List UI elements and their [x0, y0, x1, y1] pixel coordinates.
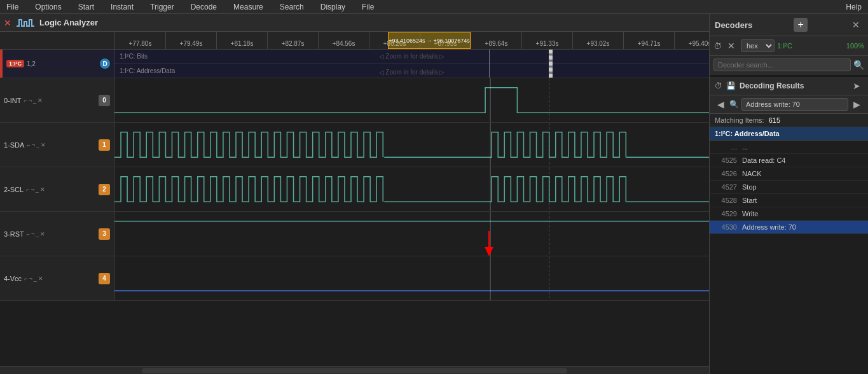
search-row: ◀ 🔍 ▶ [710, 95, 868, 114]
i2c-bits-label: 1:I²C: Bits [120, 53, 148, 60]
i2c-decoder-row: 1:I²C 1,2 D 1:I²C: Bits ◁ Zoom in for de… [0, 50, 709, 78]
nav-next-button[interactable]: ▶ [851, 98, 863, 111]
ch1-name: 1-SDA [4, 141, 24, 149]
result-rows[interactable]: ... ... 4525 Data read: C4 4526 NACK 452… [710, 141, 868, 374]
ch1-badge: 1 [99, 139, 110, 151]
ch0-wave[interactable] [114, 78, 709, 122]
result-row-4530[interactable]: 4530 Address write: 70 [710, 221, 868, 234]
menu-search[interactable]: Search [277, 3, 307, 11]
ruler-label-4: +84.56s [318, 32, 369, 49]
menu-help[interactable]: Help [843, 3, 864, 11]
ch2-wave[interactable] [114, 167, 709, 211]
result-idx-4525: 4525 [715, 156, 737, 164]
left-panel: ✕ Logic Analyzer +93.4106524s → +96.1007… [0, 14, 709, 374]
result-idx-4530: 4530 [715, 223, 737, 231]
result-row-4529[interactable]: 4529 Write [710, 207, 868, 221]
decoder-search-input[interactable] [713, 59, 851, 71]
i2c-addr-label: 1:I²C: Address/Data [120, 67, 175, 74]
result-row-4526[interactable]: 4526 NACK [710, 167, 868, 181]
clock-icon-2: ⏱ [715, 81, 722, 90]
ch2-name: 2-SCL [4, 186, 24, 193]
result-val-4525: Data read: C4 [742, 156, 863, 164]
ruler-label-7: +89.64s [471, 32, 521, 49]
close-icon[interactable]: ✕ [4, 18, 11, 28]
ch0-badge: 0 [99, 95, 110, 106]
result-idx-4526: 4526 [715, 170, 737, 177]
ch2-row: 2-SCL ⌐ ¬ _ ✕ 2 [0, 167, 709, 212]
waveform-icon [17, 17, 34, 29]
result-row-4525[interactable]: 4525 Data read: C4 [710, 154, 868, 167]
decoding-results-title: Decoding Results [740, 81, 846, 90]
export-button[interactable]: ➤ [850, 80, 863, 92]
menu-start[interactable]: Start [76, 3, 97, 11]
result-val-4529: Write [742, 210, 863, 218]
matching-count: 615 [769, 116, 780, 124]
result-val: ... [742, 143, 863, 151]
ch3-row: 3-RST ⌐ ¬ _ ✕ 3 [0, 212, 709, 256]
ch4-badge: 4 [99, 273, 110, 284]
zoom-hint-2: ◁ Zoom in for details ▷ [379, 69, 445, 76]
table-header-label: 1:I²C: Address/Data [715, 130, 780, 137]
close-decoders-button[interactable]: ✕ [849, 18, 863, 32]
ruler-label-8: +91.33s [521, 32, 572, 49]
ch1-label: 1-SDA ⌐ ¬ _ ✕ 1 [0, 123, 114, 167]
search-icon-button[interactable]: 🔍 [853, 60, 864, 70]
menu-trigger[interactable]: Trigger [148, 3, 177, 11]
menu-display[interactable]: Display [318, 3, 348, 11]
menu-file2[interactable]: File [359, 3, 376, 11]
ch3-label: 3-RST ⌐ ¬ _ ✕ 3 [0, 212, 114, 256]
result-idx: ... [715, 143, 737, 151]
result-row-4527[interactable]: 4527 Stop [710, 181, 868, 194]
nav-prev-button[interactable]: ◀ [715, 98, 727, 111]
decoder-percent: 100% [846, 42, 864, 50]
ruler-label-1: +79.49s [165, 32, 216, 49]
ch1-row: 1-SDA ⌐ ¬ _ ✕ 1 [0, 123, 709, 167]
matching-label: Matching Items: [715, 116, 764, 124]
result-val-4527: Stop [742, 183, 863, 191]
add-decoder-button[interactable]: + [794, 18, 808, 32]
menu-file[interactable]: File [4, 3, 21, 11]
main-layout: ✕ Logic Analyzer +93.4106524s → +96.1007… [0, 14, 868, 374]
matching-row: Matching Items: 615 [710, 114, 868, 127]
decoders-title: Decoders [715, 20, 752, 30]
ruler-label-11: +95.40s [674, 32, 709, 49]
scroll-bar-area[interactable] [0, 366, 709, 374]
ruler-label-3: +82.87s [267, 32, 318, 49]
ch3-badge: 3 [99, 228, 110, 240]
result-row-4528[interactable]: 4528 Start [710, 194, 868, 207]
timeline-ruler: +93.4106524s → +96.1007674s +77.80s +79.… [0, 32, 709, 50]
menu-instant[interactable]: Instant [108, 3, 136, 11]
ch3-wave[interactable] [114, 212, 709, 256]
ch1-icons: ⌐ ¬ _ ✕ [27, 142, 46, 148]
ch4-row: 4-Vcc ⌐ ¬ _ ✕ 4 [0, 256, 709, 301]
i2c-signal-label: 1:I²C 1,2 D [0, 50, 114, 78]
result-val-4526: NACK [742, 170, 863, 177]
i2c-ch-numbers: 1,2 [27, 60, 36, 67]
result-idx-4529: 4529 [715, 210, 737, 218]
ch2-label: 2-SCL ⌐ ¬ _ ✕ 2 [0, 167, 114, 211]
ch4-wave[interactable] [114, 256, 709, 300]
signals-area[interactable]: 1:I²C 1,2 D 1:I²C: Bits ◁ Zoom in for de… [0, 50, 709, 366]
menu-measure[interactable]: Measure [231, 3, 266, 11]
ch4-label: 4-Vcc ⌐ ¬ _ ✕ 4 [0, 256, 114, 300]
i2c-d-badge: D [100, 59, 110, 69]
result-row-dots[interactable]: ... ... [710, 141, 868, 154]
menu-decode[interactable]: Decode [188, 3, 219, 11]
decoder-format-select[interactable]: hex bin dec ascii [741, 39, 775, 52]
zoom-hint-1: ◁ Zoom in for details ▷ [379, 53, 445, 60]
ruler-label-2: +81.18s [216, 32, 267, 49]
decoder-search-row: ⏱ ✕ hex bin dec ascii 1:I²C 100% [710, 36, 868, 56]
menu-options[interactable]: Options [32, 3, 64, 11]
ch1-wave[interactable] [114, 123, 709, 167]
ruler-label-9: +93.02s [572, 32, 623, 49]
search-icon-2: 🔍 [729, 100, 739, 109]
ch3-icons: ⌐ ¬ _ ✕ [27, 231, 46, 237]
results-table-header: 1:I²C: Address/Data [710, 127, 868, 141]
results-search-input[interactable] [741, 98, 848, 111]
ch0-label: 0-INT ⌐ ¬ _ ✕ 0 [0, 78, 114, 122]
right-panel: Decoders + ✕ ⏱ ✕ hex bin dec ascii 1:I²C… [709, 14, 868, 374]
ch0-name: 0-INT [4, 97, 22, 104]
decoder-item-close[interactable]: ✕ [724, 39, 738, 53]
ch0-row: 0-INT ⌐ ¬ _ ✕ 0 [0, 78, 709, 123]
clock-icon: ⏱ [713, 41, 722, 51]
